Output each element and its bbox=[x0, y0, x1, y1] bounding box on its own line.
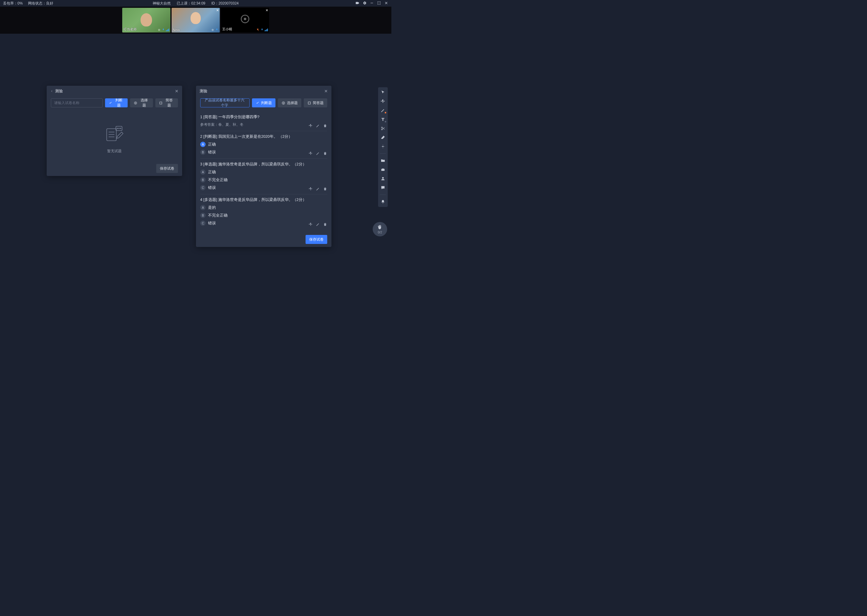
svg-point-23 bbox=[382, 146, 383, 147]
add-tf-button[interactable]: 判断题 bbox=[105, 98, 128, 107]
question-option[interactable]: B错误 bbox=[200, 149, 327, 155]
add-choice-button[interactable]: 选择题 bbox=[130, 98, 153, 107]
option-text: 错误 bbox=[208, 221, 216, 226]
svg-point-4 bbox=[213, 30, 213, 30]
close-icon[interactable]: ✕ bbox=[175, 89, 178, 94]
video-tile[interactable]: ✕王小明 bbox=[221, 8, 269, 33]
move-icon[interactable] bbox=[309, 222, 313, 226]
scissors-tool-icon[interactable] bbox=[380, 126, 386, 131]
question-option[interactable]: B不完全正确 bbox=[200, 213, 327, 218]
move-icon[interactable] bbox=[309, 151, 313, 156]
raise-hand-button[interactable]: 0/2 bbox=[373, 222, 387, 236]
delete-icon[interactable] bbox=[323, 151, 327, 156]
quiz-name-text: 产品说试卷名称最多十六个字 bbox=[203, 98, 246, 108]
option-text: 正确 bbox=[208, 170, 216, 175]
edit-icon[interactable] bbox=[316, 187, 320, 191]
chat-tool-icon[interactable] bbox=[380, 185, 386, 190]
option-text: 不完全正确 bbox=[208, 213, 228, 218]
delete-icon[interactable] bbox=[323, 222, 327, 226]
add-choice-button[interactable]: 选择题 bbox=[278, 98, 301, 107]
loss-rate: 丢包率：0% bbox=[3, 1, 22, 6]
edit-icon[interactable] bbox=[316, 124, 320, 128]
folder-tool-icon[interactable] bbox=[380, 158, 386, 163]
quiz-panel-empty: 测验 ✕ 判断题 选择题 简答题 bbox=[47, 86, 182, 176]
option-text: 错误 bbox=[208, 185, 216, 190]
question-header: 2 [判断题] 我国宪法上一次更新是在2020年。 （2分） bbox=[200, 134, 327, 139]
raise-hand-count: 0/2 bbox=[378, 231, 382, 234]
course-title: 神秘大自然 bbox=[153, 1, 171, 6]
quiz-panel-filled: 测验 ✕ 产品说试卷名称最多十六个字 判断题 选择题 简答题 1 [简答题] 一… bbox=[196, 86, 331, 247]
add-short-button[interactable]: 简答题 bbox=[304, 98, 327, 107]
move-icon[interactable] bbox=[309, 124, 313, 128]
option-letter: A bbox=[200, 141, 206, 147]
back-icon[interactable] bbox=[50, 89, 53, 94]
question-header: 4 [多选题] 施华洛世奇是反华品牌，所以梁鼎琪反华。（2分） bbox=[200, 197, 327, 203]
svg-point-15 bbox=[117, 128, 117, 129]
pen-tool-icon[interactable] bbox=[380, 108, 386, 113]
svg-point-2 bbox=[159, 30, 159, 30]
btn-label: 保存试卷 bbox=[309, 237, 324, 242]
video-strip: 叮当老师✕Nina✕王小明 bbox=[0, 6, 391, 34]
svg-rect-20 bbox=[308, 102, 311, 104]
eraser-tool-icon[interactable] bbox=[380, 135, 386, 140]
svg-point-8 bbox=[135, 102, 136, 103]
bell-tool-icon[interactable] bbox=[380, 199, 386, 204]
delete-icon[interactable] bbox=[323, 187, 327, 191]
btn-label: 判断题 bbox=[114, 98, 124, 108]
settings-icon[interactable] bbox=[363, 1, 367, 6]
edit-icon[interactable] bbox=[316, 151, 320, 156]
video-close-icon[interactable]: ✕ bbox=[265, 8, 268, 13]
laser-tool-icon[interactable] bbox=[380, 144, 386, 149]
fullscreen-icon[interactable] bbox=[377, 1, 381, 6]
cursor-tool-icon[interactable] bbox=[380, 90, 386, 95]
toolbox-icon[interactable] bbox=[380, 167, 386, 172]
question-item: 2 [判断题] 我国宪法上一次更新是在2020年。 （2分）A正确B错误 bbox=[200, 131, 327, 159]
question-option[interactable]: A正确 bbox=[200, 141, 327, 147]
question-option[interactable]: C错误 bbox=[200, 185, 327, 190]
delete-icon[interactable] bbox=[323, 124, 327, 128]
user-tool-icon[interactable] bbox=[380, 176, 386, 181]
move-tool-icon[interactable] bbox=[380, 99, 386, 104]
question-header: 3 [单选题] 施华洛世奇是反华品牌，所以梁鼎琪反华。（2分） bbox=[200, 162, 327, 167]
option-text: 错误 bbox=[208, 150, 216, 155]
question-option[interactable]: A正确 bbox=[200, 169, 327, 175]
question-option[interactable]: C错误 bbox=[200, 220, 327, 226]
close-window-icon[interactable] bbox=[384, 1, 388, 6]
video-tile[interactable]: ✕Nina bbox=[172, 8, 220, 33]
svg-point-19 bbox=[283, 102, 284, 103]
btn-label: 简答题 bbox=[164, 98, 174, 108]
video-name: 王小明 bbox=[222, 27, 232, 31]
btn-label: 选择题 bbox=[139, 98, 149, 108]
save-quiz-button[interactable]: 保存试卷 bbox=[306, 235, 327, 244]
session-id: ID：2020070324 bbox=[211, 1, 239, 6]
quiz-name-display[interactable]: 产品说试卷名称最多十六个字 bbox=[200, 98, 249, 107]
btn-label: 简答题 bbox=[313, 101, 324, 105]
add-short-button[interactable]: 简答题 bbox=[155, 98, 178, 107]
save-quiz-button-disabled[interactable]: 保存试卷 bbox=[156, 164, 178, 173]
video-name: Nina bbox=[173, 28, 180, 31]
option-text: 是的 bbox=[208, 205, 216, 210]
question-option[interactable]: B不完全正确 bbox=[200, 177, 327, 182]
video-close-icon[interactable]: ✕ bbox=[216, 8, 219, 13]
svg-point-16 bbox=[118, 128, 119, 129]
svg-point-6 bbox=[244, 18, 247, 20]
answer-reference: 参考答案：春、夏、秋、冬 bbox=[200, 122, 327, 127]
option-letter: B bbox=[200, 177, 206, 182]
quiz-name-input[interactable] bbox=[51, 98, 102, 107]
add-tf-button[interactable]: 判断题 bbox=[252, 98, 276, 107]
minimize-icon[interactable] bbox=[370, 1, 374, 6]
elapsed-time: 已上课：02:34:09 bbox=[177, 1, 205, 6]
close-icon[interactable]: ✕ bbox=[324, 89, 328, 94]
move-icon[interactable] bbox=[309, 187, 313, 191]
option-letter: A bbox=[200, 205, 206, 210]
text-tool-icon[interactable] bbox=[380, 117, 386, 122]
svg-rect-0 bbox=[370, 3, 373, 3]
video-tile[interactable]: 叮当老师 bbox=[122, 8, 170, 33]
question-option[interactable]: A是的 bbox=[200, 205, 327, 210]
question-header: 1 [简答题] 一年四季分别是哪四季? bbox=[200, 115, 327, 120]
svg-point-17 bbox=[120, 128, 121, 129]
edit-icon[interactable] bbox=[316, 222, 320, 226]
question-item: 4 [多选题] 施华洛世奇是反华品牌，所以梁鼎琪反华。（2分）A是的B不完全正确… bbox=[200, 194, 327, 229]
option-letter: A bbox=[200, 169, 206, 175]
flip-camera-icon[interactable] bbox=[355, 1, 359, 6]
